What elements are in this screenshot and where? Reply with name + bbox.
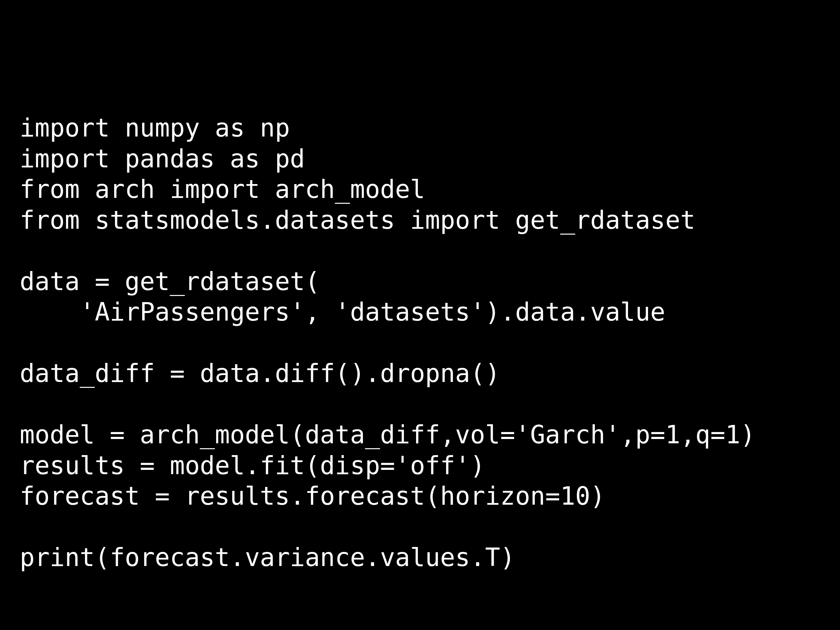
code-line: forecast = results.forecast(horizon=10) (20, 482, 605, 510)
code-line: model = arch_model(data_diff,vol='Garch'… (20, 420, 755, 449)
code-line: 'AirPassengers', 'datasets').data.value (20, 297, 665, 327)
code-line: import pandas as pd (20, 144, 305, 173)
code-line: data_diff = data.diff().dropna() (20, 358, 500, 388)
code-line: results = model.fit(disp='off') (20, 451, 485, 480)
code-line: data = get_rdataset( (20, 267, 320, 296)
code-line: from statsmodels.datasets import get_rda… (20, 205, 695, 235)
code-block: import numpy as np import pandas as pd f… (20, 82, 755, 573)
code-line: print(forecast.variance.values.T) (20, 543, 515, 572)
code-line: from arch import arch_model (20, 175, 425, 204)
code-line: import numpy as np (20, 113, 290, 142)
